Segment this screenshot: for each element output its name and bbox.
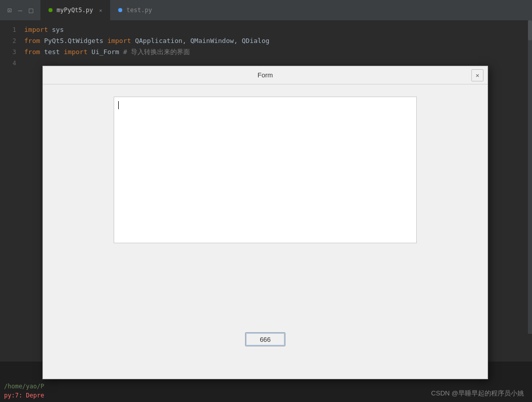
watermark: CSDN @早睡早起的程序员小姚 (431, 389, 524, 398)
scrollbar[interactable] (528, 20, 532, 334)
comment-line-3: # 导入转换出来的界面 (123, 48, 190, 56)
tab-label-mypyqt5: myPyQt5.py (57, 7, 93, 14)
line-content-2: from PyQt5.QtWidgets import QApplication… (24, 35, 269, 47)
app-icon: ⊡ (7, 6, 11, 14)
modal-title-bar: Form ✕ (43, 66, 488, 84)
button-666[interactable]: 666 (245, 332, 285, 346)
line-content-1: import sys (24, 24, 64, 35)
import-ui-form: Ui_Form (91, 48, 123, 56)
modal-close-button[interactable]: ✕ (471, 69, 483, 81)
tab-label-test: test.py (126, 7, 152, 14)
import-classes: QApplication, QMainWindow, QDialog (135, 37, 269, 44)
code-line-1: 1 import sys (0, 24, 532, 35)
scrollbar-thumb[interactable] (528, 20, 532, 40)
tab-test[interactable]: test.py (110, 0, 160, 20)
button-666-label: 666 (260, 336, 271, 343)
module-pyqt5: PyQt5.QtWidgets (44, 37, 107, 44)
keyword-import-2: import (107, 37, 131, 44)
minimize-icon[interactable]: — (18, 6, 22, 14)
tab-dot-mypyqt5 (49, 8, 53, 12)
modal-body: 666 (43, 84, 488, 379)
keyword-from-3: from (24, 48, 40, 56)
maximize-icon[interactable]: □ (29, 6, 33, 14)
code-line-3: 3 from test import Ui_Form # 导入转换出来的界面 (0, 47, 532, 58)
tab-dot-test (118, 8, 122, 12)
line-content-3: from test import Ui_Form # 导入转换出来的界面 (24, 47, 190, 58)
modal-textarea[interactable] (114, 97, 417, 243)
keyword-import-3: import (64, 48, 87, 56)
tab-bar: ⊡ — □ myPyQt5.py ✕ test.py (0, 0, 532, 20)
line-number-4: 4 (4, 58, 24, 69)
modal-dialog: Form ✕ 666 (42, 66, 488, 379)
modal-button-area: 666 (55, 332, 475, 367)
code-line-2: 2 from PyQt5.QtWidgets import QApplicati… (0, 35, 532, 47)
text-cursor (118, 101, 119, 109)
close-icon: ✕ (475, 72, 479, 79)
tab-icons: ⊡ — □ (0, 0, 40, 20)
line-number-1: 1 (4, 24, 24, 35)
modal-title: Form (258, 71, 273, 79)
line-number-3: 3 (4, 47, 24, 58)
keyword-import-1: import (24, 26, 48, 33)
tab-close-mypyqt5[interactable]: ✕ (99, 8, 102, 13)
module-test: test (44, 48, 64, 56)
keyword-from-2: from (24, 37, 40, 44)
sys-name: sys (52, 26, 64, 33)
line-number-2: 2 (4, 35, 24, 47)
tab-mypyqt5[interactable]: myPyQt5.py ✕ (40, 0, 110, 20)
